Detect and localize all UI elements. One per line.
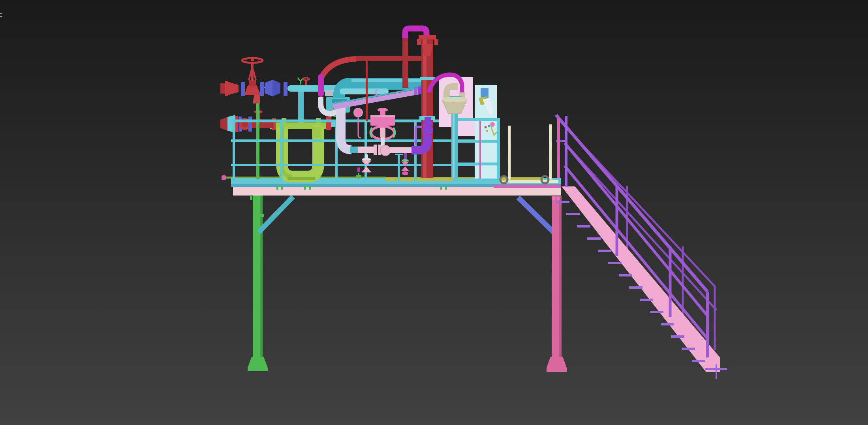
flange <box>248 117 252 132</box>
staircase <box>556 115 727 379</box>
gauge-rod <box>366 61 368 121</box>
instrument-bracket <box>416 127 422 145</box>
reducer <box>228 82 239 95</box>
column-base-left <box>248 357 268 371</box>
pink-knob <box>490 122 495 127</box>
viewport-edge-marks[interactable] <box>0 13 2 17</box>
purple-elbow <box>411 135 428 150</box>
column-base-right <box>547 357 567 372</box>
flange <box>225 81 228 96</box>
red-flange-mid <box>326 117 331 130</box>
funnel-stem <box>451 114 458 178</box>
flange <box>284 82 287 96</box>
valve-stem <box>251 62 254 81</box>
ribbed-hose-magenta <box>318 74 324 97</box>
scene-svg <box>0 0 868 425</box>
knee-brace-left <box>259 197 293 232</box>
flange <box>374 145 377 155</box>
ball-valve <box>422 126 433 135</box>
stair-top-post <box>557 118 560 187</box>
machinery-back <box>220 91 350 180</box>
viewport-3d-canvas[interactable] <box>0 0 868 425</box>
knee-brace-right <box>518 197 554 232</box>
support-structure <box>248 196 567 372</box>
front-pipe <box>340 88 389 94</box>
drain-valve-1 <box>356 154 371 179</box>
pipe-end-cap <box>222 175 226 180</box>
valve-body <box>244 85 261 95</box>
u-bend-base <box>287 177 315 180</box>
strainer <box>265 80 272 96</box>
stair-handrail-far <box>560 121 716 350</box>
check-valve <box>380 145 391 156</box>
lavender-riser <box>336 103 346 141</box>
support-column-left <box>248 196 268 371</box>
handrail-post <box>565 116 567 187</box>
flange <box>260 82 264 96</box>
flange <box>241 82 245 96</box>
green-canister <box>312 126 321 138</box>
drop-pipe <box>298 92 304 124</box>
blue-box <box>481 88 488 98</box>
pressure-gauge <box>354 108 363 138</box>
deck-magenta-strip <box>494 185 561 188</box>
pipe-stand-2 <box>541 124 550 183</box>
wafer-valve <box>418 87 422 94</box>
reducer <box>220 117 227 131</box>
red-header-pipe <box>356 56 423 61</box>
support-column-right <box>518 196 567 372</box>
pipe-stand-1 <box>500 126 509 183</box>
